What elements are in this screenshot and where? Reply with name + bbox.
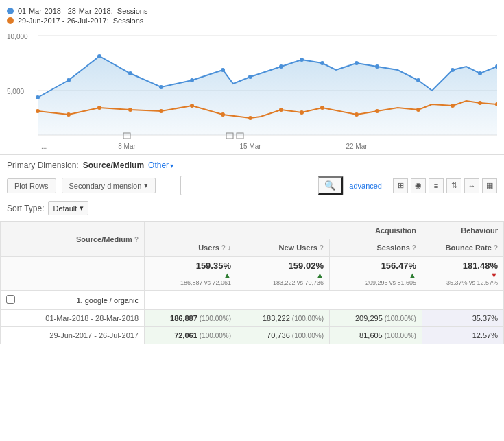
svg-point-12 — [221, 68, 225, 72]
sort-row: Sort Type: Default ▾ — [7, 201, 497, 215]
total-new-users-cell: 159.02% ▲ 183,222 vs 70,736 — [237, 257, 329, 291]
total-sessions-pct: 156.47% — [335, 261, 416, 271]
svg-text:22 Mar: 22 Mar — [346, 143, 368, 150]
subrow1-check — [1, 310, 21, 327]
sessions-header-label: Sessions — [376, 243, 409, 252]
total-bounce-sub: 35.37% vs 12.57% — [428, 279, 498, 286]
svg-point-21 — [478, 71, 482, 75]
view-icon-sort[interactable]: ⇅ — [446, 178, 461, 193]
sessions-up-arrow: ▲ — [409, 271, 416, 279]
secondary-dim-label: Secondary dimension — [69, 182, 142, 190]
source-medium-info-icon[interactable]: ? — [134, 236, 139, 243]
th-users: Users ? ↓ — [145, 239, 237, 257]
other-button[interactable]: Other ▾ — [148, 160, 173, 170]
svg-point-13 — [248, 75, 252, 79]
subrow1-bounce-val: 35.37% — [472, 314, 498, 322]
subrow1-new-users-pct: (100.00%) — [292, 315, 324, 322]
svg-point-28 — [190, 104, 194, 108]
subrow1-sessions-val: 209,295 — [355, 314, 383, 322]
sessions-info-icon[interactable]: ? — [412, 244, 416, 252]
total-bounce-cell: 181.48% ▼ 35.37% vs 12.57% — [422, 257, 503, 291]
svg-point-26 — [128, 108, 132, 112]
users-header-label: Users — [198, 243, 219, 252]
view-icon-pie[interactable]: ◉ — [411, 178, 426, 193]
table-row: 01-Mar-2018 - 28-Mar-2018 186,887 (100.0… — [1, 310, 504, 327]
row1-num: 1. — [76, 296, 82, 305]
subrow2-date: 29-Jun-2017 - 26-Jul-2017 — [21, 327, 145, 344]
svg-point-15 — [300, 58, 304, 62]
th-acquisition: Acquisition — [145, 222, 422, 239]
subrow2-sessions-pct: (100.00%) — [385, 332, 416, 339]
users-up-arrow: ▲ — [224, 271, 231, 279]
subrow2-bounce: 12.57% — [422, 327, 503, 344]
row1-check[interactable] — [1, 291, 21, 310]
total-sessions-cell: 156.47% ▲ 209,295 vs 81,605 — [329, 257, 422, 291]
row1-source-name[interactable]: google / organic — [85, 296, 139, 305]
primary-dim-label: Primary Dimension: — [7, 160, 79, 170]
th-behaviour: Behaviour — [422, 222, 503, 239]
subrow2-new-users-pct: (100.00%) — [292, 332, 324, 339]
th-bounce-rate: Bounce Rate ? — [422, 239, 503, 257]
svg-point-14 — [279, 64, 283, 69]
svg-point-7 — [67, 78, 71, 82]
svg-point-34 — [355, 112, 359, 117]
svg-point-31 — [279, 108, 283, 112]
users-sort-arrow[interactable]: ↓ — [228, 244, 231, 252]
subrow1-users-val: 186,887 — [170, 314, 197, 322]
svg-point-17 — [355, 61, 359, 65]
sort-type-select[interactable]: Default ▾ — [48, 201, 88, 215]
subrow1-sessions-pct: (100.00%) — [385, 315, 416, 322]
view-icon-compare[interactable]: ↔ — [464, 178, 479, 193]
th-checkbox — [1, 222, 21, 257]
controls-area: Primary Dimension: Source/Medium Other ▾… — [0, 155, 504, 222]
search-box[interactable]: 🔍 — [180, 176, 344, 195]
subrow1-sessions: 209,295 (100.00%) — [329, 310, 422, 327]
view-icon-pivot[interactable]: ▦ — [482, 178, 497, 193]
bounce-down-arrow: ▼ — [490, 271, 498, 279]
legend-label-1: Sessions — [117, 7, 148, 15]
chevron-down-icon: ▾ — [144, 181, 148, 190]
svg-point-23 — [36, 109, 40, 113]
svg-point-35 — [375, 109, 379, 113]
svg-point-18 — [375, 64, 379, 69]
legend-item-2: 29-Jun-2017 - 26-Jul-2017: Sessions — [7, 16, 497, 25]
chevron-down-icon: ▾ — [170, 162, 173, 169]
svg-marker-5 — [38, 56, 497, 135]
search-button[interactable]: 🔍 — [318, 176, 343, 195]
new-users-header-label: New Users — [279, 243, 317, 252]
row1-checkbox[interactable] — [6, 295, 15, 304]
sort-type-label: Sort Type: — [7, 204, 44, 213]
subrow2-users: 72,061 (100.00%) — [145, 327, 237, 344]
svg-point-27 — [159, 109, 163, 113]
total-sessions-sub: 209,295 vs 81,605 — [335, 279, 416, 286]
svg-point-11 — [190, 78, 194, 82]
subrow1-users-pct: (100.00%) — [200, 315, 231, 322]
bounce-rate-header-label: Bounce Rate — [446, 243, 492, 252]
svg-point-36 — [416, 108, 420, 112]
svg-point-25 — [97, 106, 101, 110]
subrow2-users-pct: (100.00%) — [200, 332, 231, 339]
data-table: Source/Medium ? Acquisition Behaviour Us… — [0, 222, 504, 344]
view-icon-list[interactable]: ≡ — [429, 178, 444, 193]
plot-rows-button[interactable]: Plot Rows — [7, 178, 56, 193]
th-new-users: New Users ? — [237, 239, 329, 257]
search-input[interactable] — [181, 179, 318, 193]
total-label-cell — [1, 257, 145, 291]
svg-point-37 — [451, 104, 455, 108]
chart-svg: 10,000 5,000 — [7, 29, 497, 154]
legend-item-1: 01-Mar-2018 - 28-Mar-2018: Sessions — [7, 7, 497, 15]
subrow2-new-users-val: 70,736 — [267, 331, 290, 339]
users-info-icon[interactable]: ? — [221, 244, 226, 252]
th-source-medium: Source/Medium ? — [21, 222, 145, 257]
total-users-pct: 159.35% — [150, 261, 231, 271]
legend-date-2: 29-Jun-2017 - 26-Jul-2017: — [18, 16, 109, 25]
source-medium-header: Source/Medium — [76, 235, 132, 243]
secondary-dimension-button[interactable]: Secondary dimension ▾ — [62, 178, 156, 193]
subrow2-date-label: 29-Jun-2017 - 26-Jul-2017 — [41, 331, 139, 339]
bounce-rate-info-icon[interactable]: ? — [494, 244, 498, 252]
advanced-link[interactable]: advanced — [349, 182, 382, 190]
svg-point-33 — [320, 106, 324, 110]
new-users-info-icon[interactable]: ? — [320, 244, 324, 252]
view-icon-grid[interactable]: ⊞ — [393, 178, 408, 193]
total-new-users-pct: 159.02% — [243, 261, 324, 271]
